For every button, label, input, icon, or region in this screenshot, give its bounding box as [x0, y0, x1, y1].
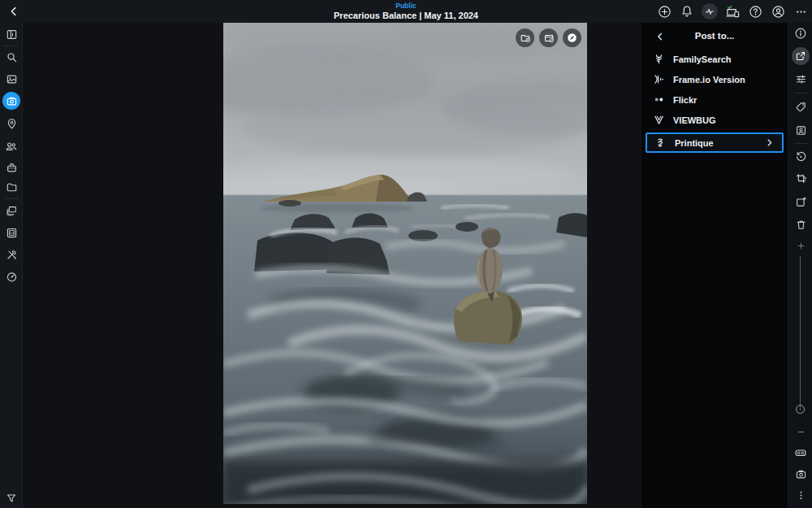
albums-stack-icon[interactable] [2, 202, 20, 219]
top-bar: Public Precarious Balance | May 11, 2024 [0, 0, 812, 23]
destination-viewbug[interactable]: VIEWBUG [641, 110, 788, 130]
folder-icon[interactable] [2, 178, 20, 196]
camera-info-icon[interactable] [792, 465, 810, 483]
share-panel-header: Post to... [641, 23, 788, 49]
page-title: Precarious Balance | May 11, 2024 [334, 11, 478, 20]
search-icon[interactable] [2, 48, 20, 66]
info-icon[interactable] [792, 24, 810, 42]
more-icon[interactable] [793, 3, 809, 20]
chevron-right-icon [765, 138, 774, 147]
destination-frameio[interactable]: Frame.io Version [641, 69, 788, 89]
photo[interactable] [223, 23, 587, 504]
people-icon[interactable] [2, 137, 20, 155]
share-panel: Post to... FamilySearch Frame.io Version… [641, 23, 788, 508]
compass-icon[interactable] [563, 28, 581, 47]
rail-divider [4, 46, 19, 46]
chevron-left-icon[interactable] [653, 29, 667, 44]
destination-label: VIEWBUG [673, 115, 780, 125]
filter-icon[interactable] [2, 489, 20, 507]
edit-sliders-icon[interactable] [792, 70, 810, 88]
share-icon[interactable] [792, 47, 810, 65]
compare-view-icon[interactable] [792, 444, 810, 462]
add-to-album-icon[interactable] [516, 28, 534, 47]
add-icon[interactable] [656, 3, 672, 20]
gauge-icon[interactable] [2, 267, 20, 285]
destination-label: Flickr [673, 95, 780, 105]
person-badge-icon[interactable] [792, 121, 810, 139]
photo-overlay-actions [223, 28, 587, 50]
camera-icon[interactable] [2, 92, 20, 110]
frameio-icon [652, 72, 666, 86]
account-icon[interactable] [770, 3, 786, 20]
framed-photo-icon[interactable] [2, 224, 20, 241]
tag-icon[interactable] [792, 98, 810, 115]
map-pin-icon[interactable] [2, 115, 20, 132]
destination-printique[interactable]: Printique [646, 132, 784, 153]
zoom-slider-knob[interactable] [796, 405, 805, 414]
photos-icon[interactable] [2, 70, 20, 88]
kebab-menu-icon[interactable] [792, 486, 810, 504]
destination-label: Frame.io Version [673, 75, 780, 85]
help-icon[interactable] [747, 3, 763, 20]
visibility-badge: Public [395, 2, 417, 10]
devices-sync-icon[interactable] [724, 3, 741, 20]
trash-icon[interactable] [792, 215, 810, 233]
viewbug-icon [652, 113, 666, 127]
zoom-slider[interactable] [800, 256, 801, 410]
left-rail [0, 23, 23, 508]
bag-icon[interactable] [2, 158, 20, 176]
destination-label: Printique [675, 138, 758, 148]
printique-icon [654, 136, 667, 150]
rail-divider [794, 143, 809, 144]
photo-canvas [23, 23, 641, 508]
zoom-in-icon[interactable] [792, 237, 810, 254]
crop-rotate-icon[interactable] [792, 169, 810, 187]
activity-icon[interactable] [702, 3, 718, 20]
new-version-icon[interactable] [792, 193, 810, 211]
history-icon[interactable] [792, 147, 810, 165]
move-to-album-icon[interactable] [539, 28, 558, 47]
top-bar-actions [656, 0, 809, 23]
notifications-icon[interactable] [679, 3, 695, 20]
right-rail [788, 23, 812, 508]
panel-layout-icon[interactable] [2, 25, 20, 43]
destination-label: FamilySearch [673, 54, 780, 64]
destination-flickr[interactable]: Flickr [641, 89, 788, 110]
zoom-out-icon[interactable] [792, 423, 810, 441]
rail-divider [794, 93, 809, 93]
destination-familysearch[interactable]: FamilySearch [641, 49, 788, 69]
familysearch-icon [652, 52, 666, 66]
rail-divider [4, 198, 19, 199]
tools-icon[interactable] [2, 245, 20, 263]
flickr-icon [652, 93, 666, 106]
